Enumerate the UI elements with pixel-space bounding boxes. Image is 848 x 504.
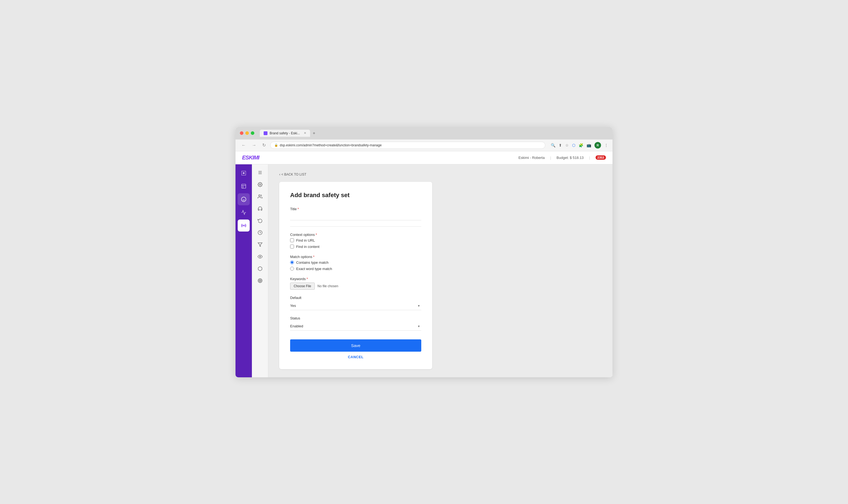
side-icon-users[interactable] <box>254 191 266 202</box>
checkbox-find-content-label: Find in content <box>296 245 319 249</box>
svg-point-15 <box>260 280 260 281</box>
side-icon-history1[interactable] <box>254 215 266 226</box>
minimize-button[interactable] <box>245 131 249 135</box>
refresh-nav-button[interactable]: ↻ <box>261 142 267 148</box>
side-nav <box>252 164 268 377</box>
new-tab-button[interactable]: + <box>313 131 315 136</box>
form-title: Add brand safety set <box>290 192 421 199</box>
extensions-icon[interactable]: ⬡ <box>572 143 575 147</box>
default-select-wrapper: Yes No ▾ <box>290 302 421 310</box>
header-right: Eskimi - Roberta | Budget: $ 518.13 | 23… <box>518 155 606 160</box>
tab-bar: Brand safety - Eski... ✕ + <box>260 130 608 137</box>
checkbox-find-content[interactable]: Find in content <box>290 245 421 249</box>
close-button[interactable] <box>240 131 243 135</box>
back-link-text: < BACK TO LIST <box>281 173 306 176</box>
back-arrow-icon: ‹ <box>279 173 280 176</box>
match-required-star: * <box>313 255 315 259</box>
cancel-button[interactable]: CANCEL <box>290 355 421 359</box>
share-icon[interactable]: ⬆ <box>559 143 562 147</box>
menu-icon[interactable]: ⋮ <box>604 143 608 147</box>
sidebar <box>235 164 252 377</box>
form-card: Add brand safety set Title * <box>279 182 432 369</box>
sidebar-item-dsp[interactable] <box>238 219 250 232</box>
app-header: ESKIMI Eskimi - Roberta | Budget: $ 518.… <box>235 151 613 164</box>
title-input[interactable] <box>290 213 421 220</box>
checkbox-find-content-input[interactable] <box>290 245 294 249</box>
back-nav-button[interactable]: ← <box>240 142 248 148</box>
sidebar-item-analytics[interactable] <box>238 206 250 218</box>
bookmark-icon[interactable]: ☆ <box>565 143 569 147</box>
app-logo: ESKIMI <box>242 155 259 161</box>
separator2: | <box>589 156 590 160</box>
url-text: dsp.eskimi.com/admin?method=create&funct… <box>280 143 382 147</box>
traffic-lights <box>240 131 254 135</box>
default-label: Default <box>290 296 421 300</box>
svg-point-14 <box>259 279 261 282</box>
side-icon-history2[interactable] <box>254 227 266 238</box>
default-select[interactable]: Yes No <box>290 302 421 310</box>
svg-point-9 <box>259 195 260 196</box>
browser-toolbar: ← → ↻ 🔒 dsp.eskimi.com/admin?method=crea… <box>235 140 613 151</box>
title-required-star: * <box>298 207 299 211</box>
maximize-button[interactable] <box>251 131 254 135</box>
no-file-text: No file chosen <box>317 284 338 288</box>
svg-point-12 <box>259 256 261 257</box>
sidebar-item-creatives[interactable] <box>238 180 250 192</box>
side-icon-box[interactable] <box>254 263 266 274</box>
svg-point-0 <box>243 172 245 174</box>
choose-file-button[interactable]: Choose File <box>290 283 315 290</box>
radio-exact-word[interactable]: Exact word type match <box>290 267 421 271</box>
match-options-label: Match options * <box>290 255 421 259</box>
side-icon-tools[interactable] <box>254 167 266 178</box>
budget-label: Budget: $ 518.13 <box>556 156 584 160</box>
keywords-required-star: * <box>306 277 308 281</box>
side-icon-hat[interactable] <box>254 203 266 214</box>
title-label: Title * <box>290 207 421 211</box>
tab-favicon <box>264 131 267 135</box>
status-group: Status Enabled Disabled ▾ <box>290 316 421 331</box>
notification-badge[interactable]: 2353 <box>596 155 606 160</box>
radio-contains-type-label: Contains type match <box>296 260 329 265</box>
save-button[interactable]: Save <box>290 339 421 352</box>
active-tab[interactable]: Brand safety - Eski... ✕ <box>260 130 310 137</box>
side-icon-target[interactable] <box>254 275 266 286</box>
status-label: Status <box>290 316 421 320</box>
keywords-label: Keywords * <box>290 277 421 281</box>
content-area: ‹ < BACK TO LIST Add brand safety set Ti… <box>268 164 613 377</box>
checkbox-find-url[interactable]: Find in URL <box>290 238 421 242</box>
browser-window: Brand safety - Eski... ✕ + ← → ↻ 🔒 dsp.e… <box>235 127 613 377</box>
search-icon[interactable]: 🔍 <box>551 143 555 147</box>
tab-close-button[interactable]: ✕ <box>304 131 306 135</box>
context-checkbox-group: Find in URL Find in content <box>290 238 421 249</box>
tab-title: Brand safety - Eski... <box>270 131 300 135</box>
side-icon-filter[interactable] <box>254 239 266 250</box>
sidebar-item-audience[interactable] <box>238 193 250 205</box>
address-bar[interactable]: 🔒 dsp.eskimi.com/admin?method=create&fun… <box>270 142 545 149</box>
toolbar-icons: 🔍 ⬆ ☆ ⬡ 🧩 📺 R ⋮ <box>551 142 608 148</box>
profile-avatar[interactable]: R <box>595 142 601 148</box>
form-divider <box>290 226 421 227</box>
back-link[interactable]: ‹ < BACK TO LIST <box>279 173 602 176</box>
status-select-wrapper: Enabled Disabled ▾ <box>290 322 421 331</box>
side-icon-settings[interactable] <box>254 179 266 190</box>
sidebar-item-campaigns[interactable] <box>238 167 250 179</box>
radio-contains-type[interactable]: Contains type match <box>290 260 421 265</box>
side-icon-eye[interactable] <box>254 251 266 262</box>
checkbox-find-url-input[interactable] <box>290 238 294 242</box>
separator: | <box>550 156 551 160</box>
svg-point-8 <box>259 184 261 185</box>
user-label: Eskimi - Roberta <box>518 156 545 160</box>
match-radio-group: Contains type match Exact word type matc… <box>290 260 421 271</box>
status-select[interactable]: Enabled Disabled <box>290 322 421 331</box>
context-options-group: Context options * Find in URL <box>290 233 421 249</box>
forward-nav-button[interactable]: → <box>250 142 258 148</box>
cast-icon[interactable]: 📺 <box>586 143 591 147</box>
lock-icon: 🔒 <box>274 143 278 147</box>
radio-contains-type-input[interactable] <box>290 260 294 264</box>
context-required-star: * <box>316 233 317 237</box>
puzzle-icon[interactable]: 🧩 <box>579 143 583 147</box>
context-options-label: Context options * <box>290 233 421 237</box>
main-layout: ‹ < BACK TO LIST Add brand safety set Ti… <box>235 164 613 377</box>
file-input-wrapper: Choose File No file chosen <box>290 283 421 290</box>
radio-exact-word-input[interactable] <box>290 267 294 271</box>
